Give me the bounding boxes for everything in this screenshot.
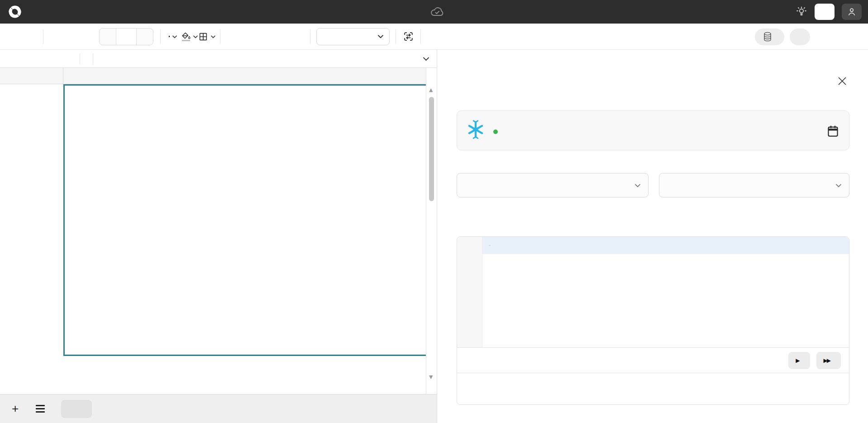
menu-format[interactable]: [114, 9, 127, 14]
schema-select[interactable]: [659, 173, 849, 197]
rowzero-logo-icon[interactable]: [7, 4, 23, 19]
connection-card[interactable]: [457, 111, 849, 150]
menu-view[interactable]: [65, 9, 78, 14]
underline-button[interactable]: [80, 29, 96, 45]
text-color-button[interactable]: [165, 29, 181, 45]
close-icon[interactable]: [837, 76, 847, 86]
table-outline-top: [63, 84, 426, 86]
menu-edit[interactable]: [49, 9, 62, 14]
paint-bucket-icon: [181, 32, 191, 41]
play-icon: ▶: [796, 357, 799, 364]
chevron-down-icon: [634, 183, 641, 187]
menu-insert[interactable]: [98, 9, 110, 14]
italic-button[interactable]: [64, 29, 80, 45]
data-panel-button[interactable]: [755, 29, 784, 45]
menu-bar: [33, 9, 143, 14]
number-format-select[interactable]: [316, 28, 390, 45]
console-output: [457, 373, 849, 405]
scroll-down-icon[interactable]: ▼: [429, 374, 433, 380]
run-button[interactable]: ▶: [788, 352, 810, 369]
chevron-down-icon: [210, 35, 216, 38]
borders-grid-icon: [198, 32, 208, 42]
configure-panel: ▶ ▶▶: [437, 50, 868, 423]
font-size-control: [99, 28, 153, 45]
undo-button[interactable]: [6, 29, 23, 45]
schedule-calendar-icon[interactable]: [827, 125, 839, 138]
scroll-up-icon[interactable]: ▲: [429, 87, 433, 93]
add-sheet-button[interactable]: +: [12, 402, 19, 416]
menu-file[interactable]: [33, 9, 45, 14]
fill-color-button[interactable]: [181, 29, 198, 45]
person-icon: [847, 7, 857, 17]
sql-line-code[interactable]: [489, 245, 491, 246]
play-all-icon: ▶▶: [824, 357, 830, 364]
formula-bar-expand-icon[interactable]: [423, 57, 429, 61]
database-icon: [763, 32, 772, 42]
spreadsheet-grid[interactable]: ◀ ▶: [0, 68, 426, 394]
bold-button[interactable]: [48, 29, 64, 45]
sql-active-line[interactable]: [482, 237, 849, 254]
table-outline-left: [63, 84, 65, 356]
chevron-down-icon: [172, 35, 177, 38]
status-dot: [493, 130, 498, 134]
format-toolbar: [0, 24, 868, 50]
cloud-saved-icon: [430, 7, 444, 17]
sheet-list-icon[interactable]: [36, 405, 45, 413]
formula-bar: [0, 50, 437, 68]
account-button[interactable]: [842, 4, 862, 20]
code-panel-button[interactable]: [790, 29, 810, 45]
decrease-decimal-button[interactable]: [273, 29, 290, 45]
share-button[interactable]: [815, 4, 835, 20]
menu-data[interactable]: [81, 9, 94, 14]
column-letters: [0, 68, 426, 84]
borders-button[interactable]: [198, 29, 216, 45]
font-size-decrease-button[interactable]: [100, 29, 116, 45]
font-size-increase-button[interactable]: [137, 29, 153, 45]
sheet-bar: +: [0, 394, 437, 423]
chevron-down-icon: [193, 35, 198, 38]
redo-button[interactable]: [23, 29, 39, 45]
vertical-scrollbar[interactable]: ▲ ▼: [426, 68, 437, 394]
snowflake-icon: [465, 119, 486, 142]
chevron-down-icon: [835, 183, 842, 187]
increase-decimal-button[interactable]: [290, 29, 306, 45]
vertical-scroll-thumb[interactable]: [429, 97, 434, 201]
chevron-down-icon: [377, 34, 384, 38]
database-select[interactable]: [457, 173, 649, 197]
sheet-tab[interactable]: [61, 400, 92, 418]
more-options-button[interactable]: [425, 29, 441, 45]
font-size-value[interactable]: [116, 29, 137, 45]
top-bar: [0, 0, 868, 24]
run-all-button[interactable]: ▶▶: [816, 352, 841, 369]
table-outline-bottom: [63, 355, 426, 356]
console-header: ▶ ▶▶: [457, 347, 849, 373]
menu-help[interactable]: [130, 9, 143, 14]
comma-format-button[interactable]: [257, 29, 273, 45]
select-all-corner[interactable]: [0, 68, 63, 84]
currency-format-button[interactable]: [224, 29, 241, 45]
sql-code-area[interactable]: [457, 237, 849, 347]
line-number: [457, 237, 482, 254]
percent-format-button[interactable]: [241, 29, 257, 45]
theme-toggle-icon[interactable]: [796, 6, 807, 18]
sql-editor[interactable]: ▶ ▶▶: [457, 236, 849, 405]
swap-cells-icon[interactable]: [400, 29, 416, 45]
